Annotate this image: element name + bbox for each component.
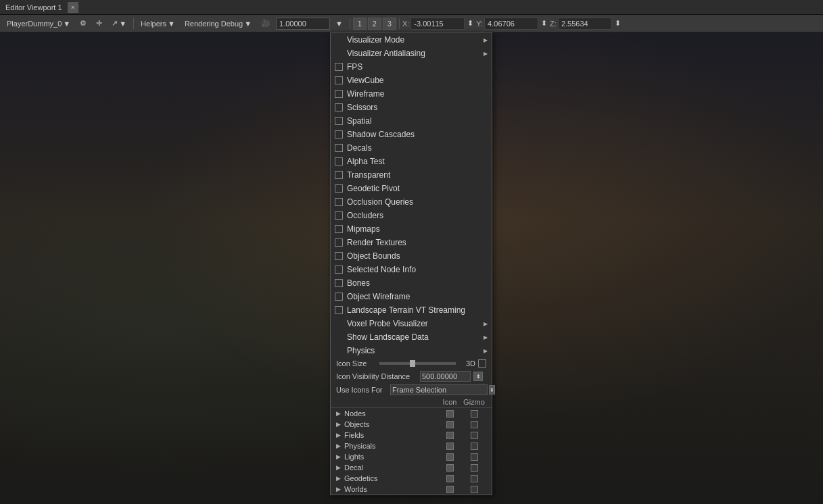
icon-vis-input[interactable] xyxy=(420,371,471,382)
checkbox-render-textures[interactable] xyxy=(335,238,343,247)
menu-item-selected-node-info[interactable]: Selected Node Info xyxy=(331,263,492,276)
camera-button[interactable]: 🎥 xyxy=(257,18,275,29)
checkbox-transparent[interactable] xyxy=(335,171,343,179)
gear-button[interactable]: ⚙ xyxy=(76,18,91,29)
icon-checkbox[interactable] xyxy=(438,464,462,472)
checkbox-geodetic-pivot[interactable] xyxy=(335,184,343,193)
checkbox-shadow-cascades[interactable] xyxy=(335,130,343,138)
menu-item-alpha-test[interactable]: Alpha Test xyxy=(331,155,492,168)
menu-item-render-textures[interactable]: Render Textures xyxy=(331,236,492,249)
checkbox-scissors[interactable] xyxy=(335,103,343,111)
gizmo-checkbox[interactable] xyxy=(462,486,486,493)
slider-thumb[interactable] xyxy=(410,360,415,367)
icon-row-physicals[interactable]: ▶Physicals xyxy=(331,440,492,451)
menu-item-visualizer-antialiasing[interactable]: Visualizer Antialiasing xyxy=(331,47,492,60)
close-button[interactable]: × xyxy=(68,2,78,13)
icon-row-nodes[interactable]: ▶Nodes xyxy=(331,408,492,419)
menu-item-transparent[interactable]: Transparent xyxy=(331,168,492,182)
icon-checkbox[interactable] xyxy=(438,453,462,461)
checkbox-decals[interactable] xyxy=(335,144,343,152)
expand-icon[interactable]: ▶ xyxy=(336,453,343,460)
expand-icon[interactable]: ▶ xyxy=(336,475,343,482)
checkbox-viewcube[interactable] xyxy=(335,76,343,84)
checkbox-wireframe[interactable] xyxy=(335,90,343,98)
x-expand[interactable]: ⬍ xyxy=(466,19,475,28)
menu-item-geodetic-pivot[interactable]: Geodetic Pivot xyxy=(331,182,492,195)
icon-checkbox[interactable] xyxy=(438,475,462,482)
icon-row-worlds[interactable]: ▶Worlds xyxy=(331,484,492,495)
gizmo-checkbox[interactable] xyxy=(462,443,486,450)
checkbox-object-bounds[interactable] xyxy=(335,252,343,260)
helpers-menu[interactable]: Helpers ▼ xyxy=(137,18,179,29)
icon-vis-expand[interactable]: ⬍ xyxy=(473,372,483,381)
speed-dropdown[interactable]: ▼ xyxy=(331,18,347,29)
icon-checkbox[interactable] xyxy=(438,410,462,418)
icon-size-slider[interactable] xyxy=(379,362,456,365)
icon-checkbox[interactable] xyxy=(438,486,462,493)
z-expand[interactable]: ⬍ xyxy=(613,19,622,28)
crosshair-button[interactable]: ✛ xyxy=(92,18,106,29)
use-icons-input[interactable] xyxy=(390,384,488,395)
icon-row-objects[interactable]: ▶Objects xyxy=(331,419,492,430)
gizmo-checkbox[interactable] xyxy=(462,464,486,472)
menu-item-wireframe[interactable]: Wireframe xyxy=(331,87,492,101)
gizmo-checkbox[interactable] xyxy=(462,432,486,439)
menu-item-scissors[interactable]: Scissors xyxy=(331,101,492,114)
menu-item-physics[interactable]: Physics xyxy=(331,344,492,357)
expand-icon[interactable]: ▶ xyxy=(336,432,343,438)
checkbox-selected-node-info[interactable] xyxy=(335,266,343,274)
menu-item-landscape-terrain-vt[interactable]: Landscape Terrain VT Streaming xyxy=(331,303,492,317)
expand-icon[interactable]: ▶ xyxy=(336,464,343,471)
checkbox-occlusion-queries[interactable] xyxy=(335,198,343,206)
num3-button[interactable]: 3 xyxy=(383,18,396,30)
expand-icon[interactable]: ▶ xyxy=(336,443,343,449)
rendering-debug-menu[interactable]: Rendering Debug ▼ xyxy=(181,18,256,29)
menu-item-object-wireframe[interactable]: Object Wireframe xyxy=(331,290,492,303)
entity-selector[interactable]: PlayerDummy_0 ▼ xyxy=(3,18,74,29)
menu-item-visualizer-mode[interactable]: Visualizer Mode xyxy=(331,33,492,47)
speed-input[interactable] xyxy=(276,18,330,30)
menu-item-bones[interactable]: Bones xyxy=(331,276,492,290)
checkbox-fps[interactable] xyxy=(335,63,343,71)
icon-checkbox[interactable] xyxy=(438,421,462,428)
checkbox-object-wireframe[interactable] xyxy=(335,293,343,301)
menu-item-decals[interactable]: Decals xyxy=(331,141,492,155)
checkbox-spatial[interactable] xyxy=(335,117,343,125)
transform-button[interactable]: ↗ ▼ xyxy=(108,18,131,29)
num2-button[interactable]: 2 xyxy=(368,18,381,30)
menu-item-object-bounds[interactable]: Object Bounds xyxy=(331,249,492,263)
checkbox-occluders[interactable] xyxy=(335,211,343,220)
menu-item-spatial[interactable]: Spatial xyxy=(331,114,492,128)
menu-item-show-landscape-data[interactable]: Show Landscape Data xyxy=(331,330,492,344)
checkbox-alpha-test[interactable] xyxy=(335,157,343,166)
use-icons-expand[interactable]: ⬍ xyxy=(489,385,495,395)
icon-row-geodetics[interactable]: ▶Geodetics xyxy=(331,473,492,484)
checkbox-bones[interactable] xyxy=(335,279,343,287)
icon-row-fields[interactable]: ▶Fields xyxy=(331,430,492,440)
gizmo-checkbox[interactable] xyxy=(462,453,486,461)
gizmo-checkbox[interactable] xyxy=(462,475,486,482)
icon-checkbox[interactable] xyxy=(438,443,462,450)
menu-item-occlusion-queries[interactable]: Occlusion Queries xyxy=(331,195,492,209)
icon-row-lights[interactable]: ▶Lights xyxy=(331,451,492,462)
checkbox-mipmaps[interactable] xyxy=(335,225,343,233)
menu-item-shadow-cascades[interactable]: Shadow Cascades xyxy=(331,128,492,141)
menu-item-fps[interactable]: FPS xyxy=(331,60,492,74)
gizmo-checkbox[interactable] xyxy=(462,410,486,418)
menu-item-viewcube[interactable]: ViewCube xyxy=(331,74,492,87)
menu-item-occluders[interactable]: Occluders xyxy=(331,209,492,222)
y-expand[interactable]: ⬍ xyxy=(540,19,548,28)
3d-checkbox[interactable] xyxy=(478,359,486,368)
expand-icon[interactable]: ▶ xyxy=(336,410,343,417)
num1-button[interactable]: 1 xyxy=(353,18,367,30)
gizmo-checkbox[interactable] xyxy=(462,421,486,428)
expand-icon[interactable]: ▶ xyxy=(336,486,343,493)
menu-item-voxel-probe[interactable]: Voxel Probe Visualizer xyxy=(331,317,492,330)
y-input[interactable] xyxy=(484,18,538,30)
menu-item-mipmaps[interactable]: Mipmaps xyxy=(331,222,492,236)
icon-row-decal[interactable]: ▶Decal xyxy=(331,462,492,473)
checkbox-landscape-terrain-vt[interactable] xyxy=(335,306,343,314)
z-input[interactable] xyxy=(558,18,612,30)
icon-checkbox[interactable] xyxy=(438,432,462,439)
x-input[interactable] xyxy=(410,18,465,30)
